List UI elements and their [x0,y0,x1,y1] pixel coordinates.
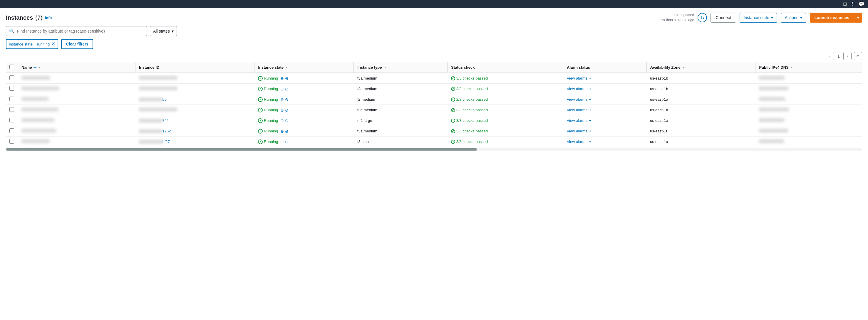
zoom-in-icon[interactable]: ⊕ [280,118,284,123]
zoom-in-icon[interactable]: ⊕ [280,108,284,112]
info-link[interactable]: Info [45,15,52,20]
row-checkbox-6[interactable] [9,139,14,144]
launch-instances-dropdown-button[interactable]: ▾ [854,13,862,23]
az-cell: us-east-1b [646,84,755,94]
alarm-status-cell: View alarms + [563,115,647,126]
alarm-status-cell: View alarms + [563,94,647,105]
connect-button[interactable]: Connect [711,13,736,23]
clock-icon[interactable]: ⏱ [850,1,855,7]
state-filter-dropdown[interactable]: All states ▾ [150,26,177,36]
row-checkbox-2[interactable] [9,97,14,101]
zoom-out-icon[interactable]: ⊖ [285,97,288,102]
search-box[interactable]: 🔍 [6,26,147,36]
zoom-out-icon[interactable]: ⊖ [285,86,288,91]
zoom-out-icon[interactable]: ⊖ [285,108,288,112]
instance-count: (7) [35,14,42,21]
az-cell: us-east-1a [646,94,755,105]
table-row: ✓ Running ⊕ ⊖ t3a.medium ✓ 3/3 checks pa… [6,84,862,94]
zoom-out-icon[interactable]: ⊖ [285,118,288,123]
zoom-in-icon[interactable]: ⊕ [280,86,284,91]
instance-type-cell: t3a.medium [354,84,447,94]
alarm-status-cell: View alarms + [563,73,647,84]
actions-button[interactable]: Actions ▾ [781,13,806,23]
zoom-out-icon[interactable]: ⊖ [285,76,288,81]
zoom-in-icon[interactable]: ⊕ [280,139,284,144]
status-check-cell: ✓ 3/3 checks passed [447,137,563,147]
instance-name-cell [18,84,135,94]
instance-type-cell: t3a.medium [354,105,447,115]
zoom-out-icon[interactable]: ⊖ [285,139,288,144]
instance-state-button[interactable]: Instance state ▾ [740,13,777,23]
public-dns-cell [755,137,862,147]
instance-state-cell: ✓ Running ⊕ ⊖ [254,105,354,115]
col-status-check-header: Status check [451,65,474,70]
refresh-button[interactable]: ↻ [698,13,707,22]
dns-sort-icon[interactable]: ▾ [791,66,793,69]
row-checkbox-3[interactable] [9,107,14,112]
alarm-status-cell: View alarms + [563,105,647,115]
active-filter-tag: Instance state = running ✕ [6,39,58,49]
table-settings-button[interactable]: ⚙ [854,52,862,60]
name-sort-icon[interactable]: ▾ [39,66,40,69]
table-row: ✓ Running ⊕ ⊖ t3a.medium ✓ 3/3 checks pa… [6,73,862,84]
alarm-status-cell: View alarms + [563,126,647,137]
instance-id-cell [135,84,254,94]
row-checkbox-0[interactable] [9,75,14,80]
edit-name-icon[interactable]: ✏ [33,66,36,70]
zoom-in-icon[interactable]: ⊕ [280,76,284,81]
monitor-icon[interactable]: ⊞ [843,1,847,7]
instance-name-cell [18,94,135,105]
view-alarms-link[interactable]: View alarms [567,86,588,91]
active-filters-row: Instance state = running ✕ Clear filters [6,39,862,49]
zoom-in-icon[interactable]: ⊕ [280,97,284,102]
row-checkbox-5[interactable] [9,128,14,133]
az-sort-icon[interactable]: ▾ [683,66,684,69]
last-updated-text: Last updated less than a minute ago [659,13,694,23]
status-check-cell: ✓ 3/3 checks passed [447,105,563,115]
filter-remove-button[interactable]: ✕ [52,42,55,46]
horizontal-scrollbar[interactable] [6,148,862,151]
instance-state-cell: ✓ Running ⊕ ⊖ [254,84,354,94]
zoom-out-icon[interactable]: ⊖ [285,129,288,134]
next-page-button[interactable]: › [843,52,851,60]
view-alarms-link[interactable]: View alarms [567,108,588,112]
view-alarms-link[interactable]: View alarms [567,76,588,80]
page-title: Instances (7) Info [6,14,52,21]
instance-id-cell: 1752 [135,126,254,137]
view-alarms-link[interactable]: View alarms [567,139,588,144]
clear-filters-button[interactable]: Clear filters [61,39,93,49]
search-input[interactable] [17,29,144,33]
prev-page-button[interactable]: ‹ [826,52,834,60]
pagination: ‹ 1 › [826,52,851,60]
instance-name-cell [18,115,135,126]
public-dns-cell [755,84,862,94]
view-alarms-link[interactable]: View alarms [567,129,588,133]
row-checkbox-1[interactable] [9,86,14,91]
launch-instances-button[interactable]: Launch instances [810,13,854,23]
public-dns-cell [755,105,862,115]
instance-type-cell: t3a.medium [354,126,447,137]
status-check-cell: ✓ 2/2 checks passed [447,94,563,105]
table-row: ✓ Running ⊕ ⊖ t3a.medium ✓ 3/3 checks pa… [6,105,862,115]
az-cell: us-east-1f [646,126,755,137]
instance-name-cell [18,105,135,115]
public-dns-cell [755,73,862,84]
select-all-checkbox[interactable] [9,65,14,69]
col-public-dns-header: Public IPv4 DNS [759,65,788,70]
page-number: 1 [836,54,842,59]
row-checkbox-4[interactable] [9,118,14,122]
az-cell: us-east-1a [646,115,755,126]
view-alarms-link[interactable]: View alarms [567,118,588,123]
instance-state-cell: ✓ Running ⊕ ⊖ [254,94,354,105]
message-icon[interactable]: 💬 [859,1,865,7]
public-dns-cell [755,126,862,137]
type-sort-icon[interactable]: ▾ [384,66,386,69]
view-alarms-link[interactable]: View alarms [567,97,588,102]
az-cell: us-east-1b [646,73,755,84]
table-toolbar: ‹ 1 › ⚙ [6,52,862,60]
state-sort-icon[interactable]: ▾ [286,66,287,69]
instance-type-cell: t2.medium [354,94,447,105]
instance-name-cell [18,137,135,147]
instance-state-cell: ✓ Running ⊕ ⊖ [254,126,354,137]
zoom-in-icon[interactable]: ⊕ [280,129,284,134]
